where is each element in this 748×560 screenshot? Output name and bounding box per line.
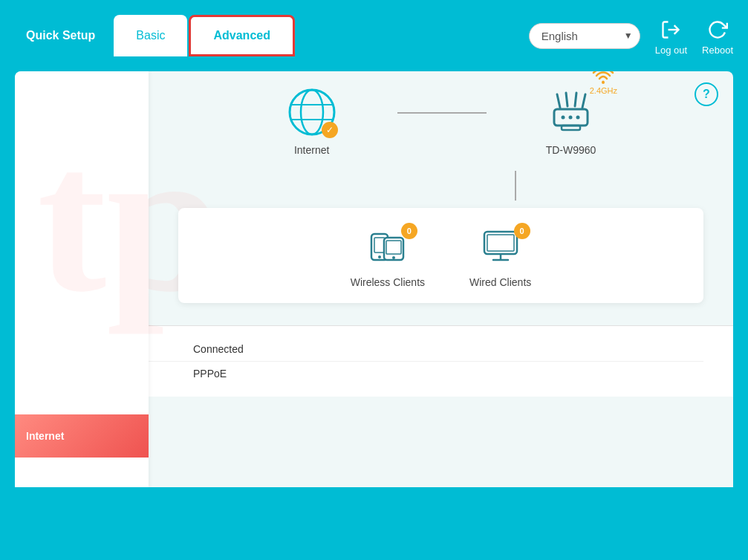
svg-line-9 [582,94,585,108]
main-content: ? tp Internet [15,71,733,487]
language-dropdown[interactable]: English Chinese Spanish French German [529,23,640,49]
wireless-clients-node[interactable]: 0 Wireless Clients [351,223,425,288]
wireless-clients-label: Wireless Clients [351,276,425,288]
internet-status-value: Connected [193,343,244,355]
svg-rect-11 [562,126,580,130]
wireless-count-badge: 0 [401,223,417,239]
header-actions: Log out Reboot [655,16,733,56]
tab-basic[interactable]: Basic [114,15,187,56]
logout-button[interactable]: Log out [655,16,687,56]
clients-box: 0 Wireless Clients 0 Wire [178,208,703,303]
diagram-top-row: ✓ Internet [178,86,703,156]
router-wrapper: 2.4GHz [547,87,595,138]
connector-line-internet-router [397,112,487,114]
wifi-freq-label: 2.4GHz [590,86,617,95]
svg-point-12 [562,115,565,119]
connection-type-value: PPPoE [193,368,227,380]
check-badge: ✓ [322,122,338,138]
svg-line-8 [575,93,576,106]
svg-line-7 [566,93,567,106]
svg-point-14 [576,115,580,119]
svg-rect-22 [487,235,514,251]
svg-point-20 [392,256,395,259]
reboot-icon [704,16,731,43]
sidebar: tp Internet [15,71,149,487]
router-label: TD-W9960 [546,144,596,156]
svg-line-6 [557,94,560,108]
internet-icon: ✓ [286,86,338,138]
sidebar-item-internet[interactable]: Internet [15,414,149,458]
svg-point-2 [301,90,323,134]
logout-icon [657,16,684,43]
tab-advanced[interactable]: Advanced [189,15,294,56]
svg-point-5 [602,81,605,84]
help-icon[interactable]: ? [695,82,718,106]
router-node: 2.4GHz [546,87,596,156]
v-connector [515,171,516,201]
svg-point-13 [569,115,573,119]
wired-clients-icon-wrapper: 0 [478,223,523,270]
wired-count-badge: 0 [514,223,530,239]
diagram-container: ✓ Internet [149,71,733,325]
svg-point-17 [378,255,381,258]
wifi-badge: 2.4GHz [590,71,617,95]
reboot-button[interactable]: Reboot [702,16,733,56]
internet-node: ✓ Internet [286,86,338,156]
wired-clients-label: Wired Clients [469,276,531,288]
internet-label: Internet [294,144,329,156]
quick-setup-link[interactable]: Quick Setup [15,22,106,50]
header: Quick Setup Basic Advanced English Chine… [0,0,748,71]
wired-clients-node[interactable]: 0 Wired Clients [469,223,531,288]
language-selector[interactable]: English Chinese Spanish French German ▼ [529,23,640,49]
wireless-clients-icon-wrapper: 0 [365,223,410,270]
